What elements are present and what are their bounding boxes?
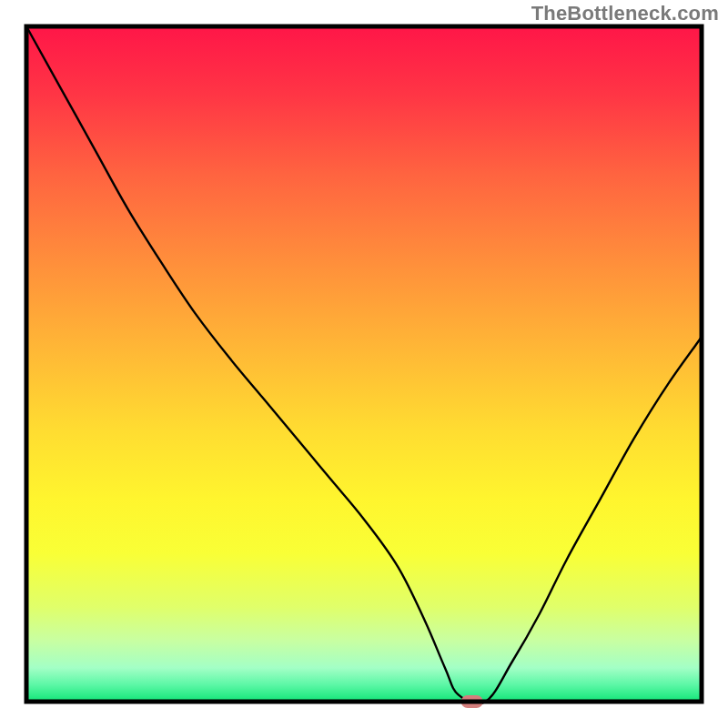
chart-svg xyxy=(0,0,728,728)
plot-background xyxy=(26,26,702,702)
watermark-text: TheBottleneck.com xyxy=(531,2,719,25)
bottleneck-chart: TheBottleneck.com xyxy=(0,0,728,728)
